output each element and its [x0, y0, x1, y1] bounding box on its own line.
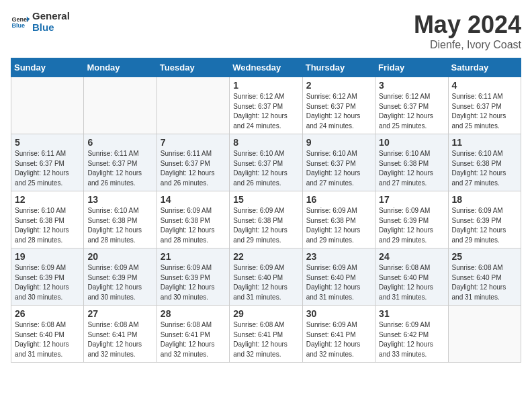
day-number: 15: [233, 194, 298, 205]
day-number: 29: [233, 308, 298, 319]
day-info: Sunrise: 6:09 AM Sunset: 6:39 PM Dayligh…: [161, 263, 226, 302]
day-number: 18: [452, 194, 517, 205]
day-info: Sunrise: 6:09 AM Sunset: 6:41 PM Dayligh…: [306, 320, 371, 359]
table-row: 28Sunrise: 6:08 AM Sunset: 6:41 PM Dayli…: [157, 306, 229, 363]
calendar-week-row: 12Sunrise: 6:10 AM Sunset: 6:38 PM Dayli…: [11, 191, 521, 248]
day-number: 22: [233, 251, 298, 262]
table-row: 26Sunrise: 6:08 AM Sunset: 6:40 PM Dayli…: [11, 306, 84, 363]
logo-general: General: [32, 10, 70, 21]
day-info: Sunrise: 6:10 AM Sunset: 6:38 PM Dayligh…: [379, 149, 444, 188]
table-row: [84, 77, 157, 134]
table-row: 6Sunrise: 6:11 AM Sunset: 6:37 PM Daylig…: [84, 134, 157, 191]
table-row: 31Sunrise: 6:09 AM Sunset: 6:42 PM Dayli…: [375, 306, 448, 363]
table-row: 15Sunrise: 6:09 AM Sunset: 6:38 PM Dayli…: [230, 191, 302, 248]
table-row: 3Sunrise: 6:12 AM Sunset: 6:37 PM Daylig…: [375, 77, 448, 134]
day-info: Sunrise: 6:12 AM Sunset: 6:37 PM Dayligh…: [306, 92, 371, 131]
table-row: 29Sunrise: 6:08 AM Sunset: 6:41 PM Dayli…: [230, 306, 302, 363]
table-row: 5Sunrise: 6:11 AM Sunset: 6:37 PM Daylig…: [11, 134, 84, 191]
svg-text:Blue: Blue: [11, 22, 25, 29]
weekday-header-row: Sunday Monday Tuesday Wednesday Thursday…: [11, 58, 521, 77]
day-info: Sunrise: 6:09 AM Sunset: 6:38 PM Dayligh…: [233, 206, 298, 245]
header-friday: Friday: [375, 58, 448, 77]
day-number: 30: [306, 308, 371, 319]
day-info: Sunrise: 6:10 AM Sunset: 6:38 PM Dayligh…: [452, 149, 517, 188]
day-info: Sunrise: 6:09 AM Sunset: 6:40 PM Dayligh…: [306, 263, 371, 302]
header-tuesday: Tuesday: [157, 58, 229, 77]
day-info: Sunrise: 6:08 AM Sunset: 6:40 PM Dayligh…: [379, 263, 444, 302]
table-row: [448, 306, 521, 363]
day-info: Sunrise: 6:09 AM Sunset: 6:38 PM Dayligh…: [306, 206, 371, 245]
day-number: 25: [452, 251, 517, 262]
day-info: Sunrise: 6:10 AM Sunset: 6:38 PM Dayligh…: [15, 206, 80, 245]
day-number: 17: [379, 194, 444, 205]
table-row: 20Sunrise: 6:09 AM Sunset: 6:39 PM Dayli…: [84, 248, 157, 306]
day-number: 23: [306, 251, 371, 262]
day-info: Sunrise: 6:09 AM Sunset: 6:40 PM Dayligh…: [233, 263, 298, 302]
table-row: 18Sunrise: 6:09 AM Sunset: 6:39 PM Dayli…: [448, 191, 521, 248]
table-row: 16Sunrise: 6:09 AM Sunset: 6:38 PM Dayli…: [302, 191, 375, 248]
calendar-week-row: 26Sunrise: 6:08 AM Sunset: 6:40 PM Dayli…: [11, 306, 521, 363]
day-number: 10: [379, 137, 444, 148]
day-info: Sunrise: 6:11 AM Sunset: 6:37 PM Dayligh…: [452, 92, 517, 131]
day-number: 26: [15, 308, 80, 319]
day-number: 11: [452, 137, 517, 148]
calendar-table: Sunday Monday Tuesday Wednesday Thursday…: [11, 58, 521, 363]
calendar-week-row: 1Sunrise: 6:12 AM Sunset: 6:37 PM Daylig…: [11, 77, 521, 134]
day-info: Sunrise: 6:08 AM Sunset: 6:41 PM Dayligh…: [87, 320, 152, 359]
table-row: [157, 77, 229, 134]
day-number: 20: [87, 251, 152, 262]
page-header: General Blue General Blue May 2024 Dienf…: [11, 11, 521, 51]
table-row: 9Sunrise: 6:10 AM Sunset: 6:37 PM Daylig…: [302, 134, 375, 191]
calendar-title: May 2024: [414, 11, 521, 39]
table-row: 2Sunrise: 6:12 AM Sunset: 6:37 PM Daylig…: [302, 77, 375, 134]
header-saturday: Saturday: [448, 58, 521, 77]
day-info: Sunrise: 6:09 AM Sunset: 6:42 PM Dayligh…: [379, 320, 444, 359]
table-row: 21Sunrise: 6:09 AM Sunset: 6:39 PM Dayli…: [157, 248, 229, 306]
day-number: 28: [161, 308, 226, 319]
calendar-week-row: 19Sunrise: 6:09 AM Sunset: 6:39 PM Dayli…: [11, 248, 521, 306]
day-info: Sunrise: 6:11 AM Sunset: 6:37 PM Dayligh…: [87, 149, 152, 188]
logo-icon: General Blue: [11, 13, 30, 32]
logo: General Blue General Blue: [11, 11, 70, 33]
table-row: 4Sunrise: 6:11 AM Sunset: 6:37 PM Daylig…: [448, 77, 521, 134]
day-number: 14: [161, 194, 226, 205]
calendar-subtitle: Dienfe, Ivory Coast: [414, 39, 521, 51]
day-number: 12: [15, 194, 80, 205]
table-row: 24Sunrise: 6:08 AM Sunset: 6:40 PM Dayli…: [375, 248, 448, 306]
table-row: 19Sunrise: 6:09 AM Sunset: 6:39 PM Dayli…: [11, 248, 84, 306]
day-number: 27: [87, 308, 152, 319]
header-monday: Monday: [84, 58, 157, 77]
day-number: 3: [379, 80, 444, 91]
day-number: 13: [87, 194, 152, 205]
day-info: Sunrise: 6:10 AM Sunset: 6:37 PM Dayligh…: [306, 149, 371, 188]
table-row: [11, 77, 84, 134]
table-row: 23Sunrise: 6:09 AM Sunset: 6:40 PM Dayli…: [302, 248, 375, 306]
day-info: Sunrise: 6:08 AM Sunset: 6:40 PM Dayligh…: [15, 320, 80, 359]
day-info: Sunrise: 6:09 AM Sunset: 6:38 PM Dayligh…: [161, 206, 226, 245]
table-row: 30Sunrise: 6:09 AM Sunset: 6:41 PM Dayli…: [302, 306, 375, 363]
day-number: 19: [15, 251, 80, 262]
logo-blue: Blue: [32, 21, 54, 33]
day-info: Sunrise: 6:09 AM Sunset: 6:39 PM Dayligh…: [15, 263, 80, 302]
header-wednesday: Wednesday: [230, 58, 302, 77]
day-info: Sunrise: 6:12 AM Sunset: 6:37 PM Dayligh…: [233, 92, 298, 131]
table-row: 14Sunrise: 6:09 AM Sunset: 6:38 PM Dayli…: [157, 191, 229, 248]
day-number: 21: [161, 251, 226, 262]
day-info: Sunrise: 6:10 AM Sunset: 6:38 PM Dayligh…: [87, 206, 152, 245]
table-row: 27Sunrise: 6:08 AM Sunset: 6:41 PM Dayli…: [84, 306, 157, 363]
day-info: Sunrise: 6:12 AM Sunset: 6:37 PM Dayligh…: [379, 92, 444, 131]
day-number: 5: [15, 137, 80, 148]
table-row: 22Sunrise: 6:09 AM Sunset: 6:40 PM Dayli…: [230, 248, 302, 306]
table-row: 7Sunrise: 6:11 AM Sunset: 6:37 PM Daylig…: [157, 134, 229, 191]
table-row: 8Sunrise: 6:10 AM Sunset: 6:37 PM Daylig…: [230, 134, 302, 191]
day-info: Sunrise: 6:09 AM Sunset: 6:39 PM Dayligh…: [87, 263, 152, 302]
day-number: 16: [306, 194, 371, 205]
day-info: Sunrise: 6:09 AM Sunset: 6:39 PM Dayligh…: [379, 206, 444, 245]
day-number: 31: [379, 308, 444, 319]
calendar-week-row: 5Sunrise: 6:11 AM Sunset: 6:37 PM Daylig…: [11, 134, 521, 191]
day-info: Sunrise: 6:10 AM Sunset: 6:37 PM Dayligh…: [233, 149, 298, 188]
day-number: 24: [379, 251, 444, 262]
table-row: 11Sunrise: 6:10 AM Sunset: 6:38 PM Dayli…: [448, 134, 521, 191]
table-row: 13Sunrise: 6:10 AM Sunset: 6:38 PM Dayli…: [84, 191, 157, 248]
table-row: 25Sunrise: 6:08 AM Sunset: 6:40 PM Dayli…: [448, 248, 521, 306]
